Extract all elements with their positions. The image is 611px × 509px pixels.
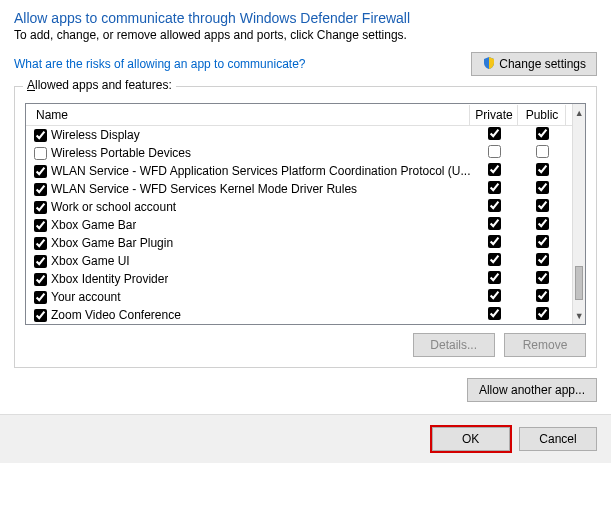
allow-another-app-button[interactable]: Allow another app...	[467, 378, 597, 402]
apps-list: Name Private Public Wireless DisplayWire…	[25, 103, 586, 325]
private-checkbox[interactable]	[488, 307, 501, 320]
public-checkbox[interactable]	[536, 145, 549, 158]
private-checkbox[interactable]	[488, 289, 501, 302]
allowed-apps-groupbox: Allowed apps and features: Name Private …	[14, 86, 597, 368]
app-name: Xbox Identity Provider	[51, 272, 168, 286]
private-checkbox[interactable]	[488, 127, 501, 140]
app-name: Wireless Portable Devices	[51, 146, 191, 160]
page-heading: Allow apps to communicate through Window…	[14, 10, 597, 26]
public-checkbox[interactable]	[536, 163, 549, 176]
list-row[interactable]: WLAN Service - WFD Application Services …	[26, 162, 572, 180]
public-checkbox[interactable]	[536, 199, 549, 212]
list-row[interactable]: WLAN Service - WFD Services Kernel Mode …	[26, 180, 572, 198]
list-row[interactable]: Zoom Video Conference	[26, 306, 572, 324]
app-enable-checkbox[interactable]	[34, 255, 47, 268]
private-checkbox[interactable]	[488, 181, 501, 194]
risks-link[interactable]: What are the risks of allowing an app to…	[14, 57, 305, 71]
scroll-thumb[interactable]	[575, 266, 583, 299]
scroll-track[interactable]	[573, 121, 585, 307]
app-name: Zoom Video Conference	[51, 308, 181, 322]
header-public[interactable]: Public	[518, 105, 566, 125]
public-checkbox[interactable]	[536, 217, 549, 230]
remove-button: Remove	[504, 333, 586, 357]
header-name[interactable]: Name	[34, 105, 470, 125]
app-enable-checkbox[interactable]	[34, 291, 47, 304]
scrollbar[interactable]: ▲ ▼	[572, 104, 585, 324]
app-enable-checkbox[interactable]	[34, 129, 47, 142]
app-enable-checkbox[interactable]	[34, 219, 47, 232]
private-checkbox[interactable]	[488, 163, 501, 176]
app-name: WLAN Service - WFD Services Kernel Mode …	[51, 182, 357, 196]
public-checkbox[interactable]	[536, 127, 549, 140]
app-enable-checkbox[interactable]	[34, 309, 47, 322]
ok-button[interactable]: OK	[432, 427, 510, 451]
app-name: Xbox Game Bar Plugin	[51, 236, 173, 250]
list-row[interactable]: Xbox Game Bar Plugin	[26, 234, 572, 252]
list-header: Name Private Public	[26, 104, 572, 126]
app-name: Xbox Game UI	[51, 254, 130, 268]
app-enable-checkbox[interactable]	[34, 201, 47, 214]
public-checkbox[interactable]	[536, 307, 549, 320]
app-name: Xbox Game Bar	[51, 218, 136, 232]
groupbox-label: Allowed apps and features:	[23, 78, 176, 92]
app-enable-checkbox[interactable]	[34, 165, 47, 178]
private-checkbox[interactable]	[488, 271, 501, 284]
app-enable-checkbox[interactable]	[34, 237, 47, 250]
shield-icon	[482, 56, 496, 73]
private-checkbox[interactable]	[488, 235, 501, 248]
list-row[interactable]: Xbox Game UI	[26, 252, 572, 270]
public-checkbox[interactable]	[536, 235, 549, 248]
public-checkbox[interactable]	[536, 253, 549, 266]
dialog-footer: OK Cancel	[0, 414, 611, 463]
app-enable-checkbox[interactable]	[34, 273, 47, 286]
app-enable-checkbox[interactable]	[34, 147, 47, 160]
change-settings-label: Change settings	[499, 57, 586, 71]
cancel-button[interactable]: Cancel	[519, 427, 597, 451]
change-settings-button[interactable]: Change settings	[471, 52, 597, 76]
app-name: Your account	[51, 290, 121, 304]
public-checkbox[interactable]	[536, 289, 549, 302]
public-checkbox[interactable]	[536, 271, 549, 284]
app-name: Work or school account	[51, 200, 176, 214]
private-checkbox[interactable]	[488, 199, 501, 212]
scroll-up-icon[interactable]: ▲	[573, 104, 585, 121]
private-checkbox[interactable]	[488, 145, 501, 158]
private-checkbox[interactable]	[488, 253, 501, 266]
details-button: Details...	[413, 333, 495, 357]
list-row[interactable]: Work or school account	[26, 198, 572, 216]
app-name: WLAN Service - WFD Application Services …	[51, 164, 470, 178]
list-row[interactable]: Wireless Display	[26, 126, 572, 144]
app-name: Wireless Display	[51, 128, 140, 142]
public-checkbox[interactable]	[536, 181, 549, 194]
page-subtitle: To add, change, or remove allowed apps a…	[14, 28, 597, 42]
list-row[interactable]: Your account	[26, 288, 572, 306]
scroll-down-icon[interactable]: ▼	[573, 307, 585, 324]
private-checkbox[interactable]	[488, 217, 501, 230]
list-row[interactable]: Wireless Portable Devices	[26, 144, 572, 162]
list-row[interactable]: Xbox Identity Provider	[26, 270, 572, 288]
header-private[interactable]: Private	[470, 105, 518, 125]
app-enable-checkbox[interactable]	[34, 183, 47, 196]
list-row[interactable]: Xbox Game Bar	[26, 216, 572, 234]
